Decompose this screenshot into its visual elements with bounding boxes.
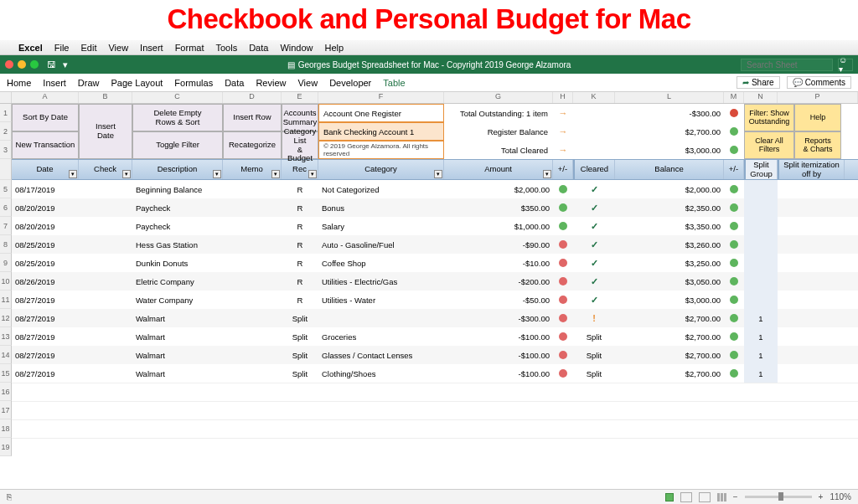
cell-amount[interactable]: -$100.00 (444, 327, 553, 346)
filter-dropdown-icon[interactable]: ▾ (213, 170, 221, 178)
cell-category[interactable]: Salary (318, 217, 444, 235)
cell-split-itemization[interactable] (778, 198, 845, 217)
hdr-description[interactable]: Description▾ (132, 160, 223, 179)
filter-dropdown-icon[interactable]: ▾ (271, 170, 280, 178)
cell-split-itemization[interactable] (778, 217, 845, 235)
menu-window[interactable]: Window (280, 43, 313, 53)
cell-rec[interactable]: R (282, 198, 318, 217)
cell-rec[interactable]: R (282, 272, 318, 291)
cell-description[interactable]: Walmart (132, 309, 223, 327)
tab-developer[interactable]: Developer (329, 78, 371, 88)
help-button[interactable]: Help (794, 104, 841, 131)
cell-check[interactable] (79, 254, 132, 272)
tab-review[interactable]: Review (256, 78, 286, 88)
new-transaction-button[interactable]: New Transaction (12, 131, 79, 159)
cell-description[interactable]: Walmart (132, 327, 223, 346)
maximize-button[interactable] (30, 60, 39, 69)
cell-description[interactable]: Dunkin Donuts (132, 254, 223, 272)
hdr-category[interactable]: Category▾ (318, 160, 444, 179)
filter-dropdown-icon[interactable]: ▾ (543, 170, 551, 178)
cell-check[interactable] (79, 180, 132, 198)
row-2[interactable]: 2 (0, 122, 12, 141)
row-7[interactable]: 7 (0, 217, 12, 235)
empty-row[interactable] (12, 438, 858, 456)
row-18[interactable]: 18 (0, 419, 12, 438)
menu-format[interactable]: Format (175, 43, 204, 53)
cell-balance[interactable]: $2,700.00 (615, 364, 724, 383)
cell-amount[interactable]: -$90.00 (444, 235, 553, 254)
cell-memo[interactable] (223, 217, 282, 235)
cell-category[interactable]: Auto - Gasoline/Fuel (318, 235, 444, 254)
cell-memo[interactable] (223, 198, 282, 217)
cell-category[interactable] (318, 309, 444, 327)
cell-cleared[interactable]: ✓ (573, 180, 615, 198)
menu-data[interactable]: Data (249, 43, 268, 53)
hdr-cleared[interactable]: Cleared (573, 160, 615, 179)
cell-rec[interactable]: R (282, 254, 318, 272)
minimize-button[interactable] (18, 60, 26, 69)
page-layout-view-icon[interactable] (699, 492, 711, 502)
col-E[interactable]: E (282, 92, 318, 103)
cell-amount[interactable]: $1,000.00 (444, 217, 553, 235)
cell-category[interactable]: Utilities - Electric/Gas (318, 272, 444, 291)
normal-view-icon[interactable] (680, 492, 692, 502)
cell-cleared[interactable]: ✓ (573, 198, 615, 217)
col-G[interactable]: G (444, 92, 553, 103)
cell-cleared[interactable]: ✓ (573, 235, 615, 254)
tab-view[interactable]: View (297, 78, 318, 88)
menu-edit[interactable]: Edit (80, 43, 96, 53)
cell-amount[interactable]: -$100.00 (444, 346, 553, 364)
cell-check[interactable] (79, 291, 132, 309)
cell-memo[interactable] (223, 364, 282, 383)
cell-split-group[interactable]: 1 (744, 364, 778, 383)
table-row[interactable]: 08/25/2019Dunkin DonutsRCoffee Shop-$10.… (12, 254, 858, 272)
cell-split-itemization[interactable] (778, 364, 845, 383)
table-row[interactable]: 08/20/2019PaycheckRBonus$350.00✓$2,350.0… (12, 198, 858, 217)
cell-split-itemization[interactable] (778, 235, 845, 254)
record-macro-icon[interactable] (665, 493, 674, 501)
filter-show-outstanding-button[interactable]: Filter: Show Outstanding (744, 104, 794, 131)
cell-split-group[interactable]: 1 (744, 309, 778, 327)
cell-check[interactable] (79, 272, 132, 291)
cell-balance[interactable]: $2,700.00 (615, 309, 724, 327)
cell-date[interactable]: 08/27/2019 (12, 364, 79, 383)
cell-cleared[interactable]: ✓ (573, 272, 615, 291)
cell-category[interactable]: Clothing/Shoes (318, 364, 444, 383)
cell-split-group[interactable]: 1 (744, 327, 778, 346)
hdr-memo[interactable]: Memo▾ (223, 160, 282, 179)
cell-split-group[interactable] (744, 217, 778, 235)
cell-memo[interactable] (223, 346, 282, 364)
cell-balance[interactable]: $3,000.00 (615, 291, 724, 309)
col-M[interactable]: M (724, 92, 744, 103)
menu-file[interactable]: File (54, 43, 70, 53)
col-H[interactable]: H (553, 92, 573, 103)
cell-memo[interactable] (223, 180, 282, 198)
clear-all-filters-button[interactable]: Clear All Filters (744, 131, 794, 159)
sort-by-date-button[interactable]: Sort By Date (12, 104, 79, 131)
cell-memo[interactable] (223, 291, 282, 309)
row-17[interactable]: 17 (0, 401, 12, 419)
cell-split-group[interactable] (744, 235, 778, 254)
menu-excel[interactable]: Excel (18, 43, 43, 53)
cell-check[interactable] (79, 327, 132, 346)
tab-data[interactable]: Data (225, 78, 244, 88)
cell-amount[interactable]: $350.00 (444, 198, 553, 217)
zoom-level[interactable]: 110% (830, 492, 851, 501)
empty-row[interactable] (12, 419, 858, 438)
cell-split-itemization[interactable] (778, 346, 845, 364)
cell-split-itemization[interactable] (778, 272, 845, 291)
save-icon[interactable]: 🖫 (47, 59, 56, 70)
col-D[interactable]: D (223, 92, 282, 103)
row-16[interactable]: 16 (0, 383, 12, 401)
menu-view[interactable]: View (108, 43, 128, 53)
filter-dropdown-icon[interactable]: ▾ (434, 170, 442, 178)
share-button[interactable]: ➦Share (737, 76, 780, 89)
zoom-minus-icon[interactable]: − (733, 492, 738, 501)
hdr-amount[interactable]: Amount▾ (444, 160, 553, 179)
cell-date[interactable]: 08/20/2019 (12, 217, 79, 235)
cell-category[interactable]: Coffee Shop (318, 254, 444, 272)
col-F[interactable]: F (318, 92, 444, 103)
cell-check[interactable] (79, 217, 132, 235)
cell-split-itemization[interactable] (778, 327, 845, 346)
cell-date[interactable]: 08/17/2019 (12, 180, 79, 198)
